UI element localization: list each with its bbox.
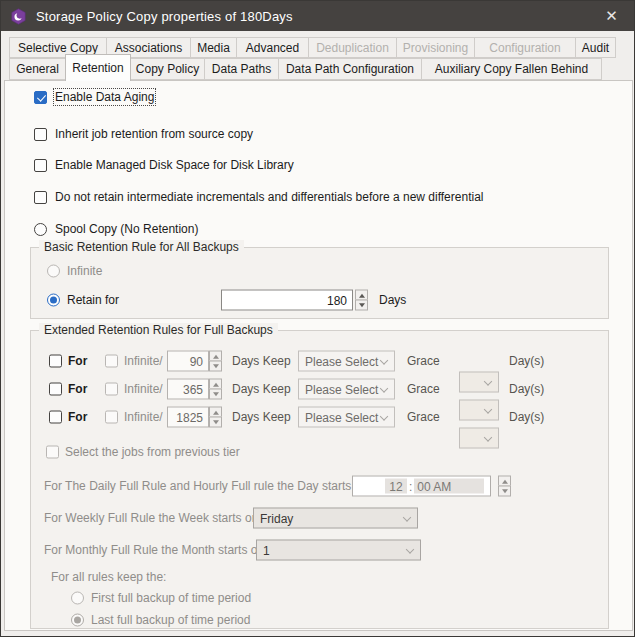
close-icon[interactable]: ✕	[589, 1, 634, 31]
tab-data-paths[interactable]: Data Paths	[204, 58, 279, 80]
titlebar: Storage Policy Copy properties of 180Day…	[1, 1, 634, 31]
spin-down-icon	[209, 417, 222, 428]
spool-copy-radio[interactable]	[34, 223, 47, 236]
retain-days-spinner[interactable]	[355, 290, 368, 311]
day-start-row: For The Daily Full Rule and Hourly Full …	[31, 475, 608, 497]
retention-tab-page: Enable Data Aging Inherit job retention …	[4, 80, 633, 631]
week-start-value: Friday	[260, 511, 293, 525]
infinite-slash-label: Infinite/	[124, 410, 163, 424]
days-unit-label: Day(s)	[509, 382, 544, 396]
spin-down-icon	[209, 389, 222, 400]
day-start-time-spinner	[498, 476, 511, 497]
app-icon	[10, 8, 27, 25]
infinite-label: Infinite	[67, 264, 102, 278]
keep-first-label: First full backup of time period	[91, 591, 251, 605]
no-intermediate-option: Do not retain intermediate incrementals …	[34, 189, 483, 205]
inherit-job-retention-label: Inherit job retention from source copy	[55, 127, 253, 141]
tab-copy-policy[interactable]: Copy Policy	[130, 58, 205, 80]
keep-last-row: Last full backup of time period	[31, 611, 608, 629]
spin-down-icon[interactable]	[355, 300, 368, 311]
chevron-down-icon	[380, 356, 388, 364]
tab-strip-row2: General Retention Copy Policy Data Paths…	[9, 58, 601, 80]
retain-for-row: Retain for 180 Days	[31, 288, 608, 312]
managed-disk-space-checkbox[interactable]	[34, 159, 47, 172]
for-checkbox[interactable]	[49, 355, 62, 368]
basic-retention-group: Basic Retention Rule for All Backups Inf…	[30, 247, 609, 319]
time-minute-period-segment: 00 AM	[414, 479, 484, 494]
keep-rule-value: Please Select	[305, 382, 378, 396]
keep-last-label: Last full backup of time period	[91, 613, 250, 627]
infinite-checkbox	[105, 355, 118, 368]
spool-copy-label: Spool Copy (No Retention)	[55, 222, 198, 236]
month-start-value: 1	[263, 543, 270, 557]
keep-rule-dropdown: Please Select	[298, 351, 395, 372]
tab-auxiliary-copy-fallen-behind[interactable]: Auxiliary Copy Fallen Behind	[421, 58, 602, 80]
tab-data-path-configuration[interactable]: Data Path Configuration	[278, 58, 422, 80]
no-intermediate-checkbox[interactable]	[34, 191, 47, 204]
keep-rule-label: For all rules keep the:	[51, 570, 166, 584]
enable-data-aging-label: Enable Data Aging	[55, 90, 154, 104]
rule-days-input: 365	[167, 379, 209, 400]
keep-first-radio	[71, 592, 84, 605]
chevron-down-icon	[380, 384, 388, 392]
tab-advanced[interactable]: Advanced	[236, 37, 309, 58]
chevron-down-icon	[406, 545, 414, 553]
extended-rule-row-1: For Infinite/ 90 Days Keep Please Select…	[31, 350, 608, 372]
keep-first-row: First full backup of time period	[31, 589, 608, 607]
grace-label: Grace	[407, 382, 440, 396]
enable-data-aging-option: Enable Data Aging	[34, 89, 154, 105]
retain-days-input[interactable]: 180	[221, 290, 353, 311]
for-label: For	[68, 382, 87, 396]
retain-for-radio[interactable]	[47, 294, 60, 307]
keep-rule-value: Please Select	[305, 410, 378, 424]
infinite-radio	[47, 265, 60, 278]
tab-retention[interactable]: Retention	[65, 54, 131, 81]
for-checkbox[interactable]	[49, 383, 62, 396]
tab-media[interactable]: Media	[190, 37, 237, 58]
rule-days-spinner	[209, 351, 222, 372]
days-keep-label: Days Keep	[232, 354, 291, 368]
days-unit-label: Day(s)	[509, 410, 544, 424]
no-intermediate-label: Do not retain intermediate incrementals …	[55, 190, 483, 204]
select-jobs-label: Select the jobs from previous tier	[65, 445, 240, 459]
grace-label: Grace	[407, 410, 440, 424]
rule-days-input: 1825	[167, 407, 209, 428]
tab-deduplication: Deduplication	[308, 37, 397, 58]
extended-rule-row-3: For Infinite/ 1825 Days Keep Please Sele…	[31, 406, 608, 428]
basic-retention-group-title: Basic Retention Rule for All Backups	[39, 240, 244, 254]
infinite-checkbox	[105, 383, 118, 396]
month-start-label: For Monthly Full Rule the Month starts o…	[44, 543, 267, 557]
extended-rule-row-2: For Infinite/ 365 Days Keep Please Selec…	[31, 378, 608, 400]
spool-copy-option: Spool Copy (No Retention)	[34, 221, 198, 237]
extended-retention-group: Extended Retention Rules for Full Backup…	[30, 330, 609, 629]
select-jobs-checkbox	[46, 446, 59, 459]
enable-data-aging-checkbox[interactable]	[34, 91, 47, 104]
tab-general[interactable]: General	[9, 58, 66, 80]
keep-rule-dropdown: Please Select	[298, 407, 395, 428]
time-hour-segment: 12	[385, 479, 407, 494]
week-start-row: For Weekly Full Rule the Week starts on:…	[31, 507, 608, 529]
select-jobs-row: Select the jobs from previous tier	[31, 443, 608, 461]
tab-provisioning: Provisioning	[396, 37, 475, 58]
days-unit-label: Day(s)	[509, 354, 544, 368]
keep-rule-dropdown: Please Select	[298, 379, 395, 400]
week-start-label: For Weekly Full Rule the Week starts on:	[44, 511, 262, 525]
window-title: Storage Policy Copy properties of 180Day…	[36, 9, 293, 24]
extended-retention-group-title: Extended Retention Rules for Full Backup…	[39, 323, 278, 337]
infinite-slash-label: Infinite/	[124, 354, 163, 368]
infinite-checkbox	[105, 411, 118, 424]
spin-down-icon	[209, 361, 222, 372]
chevron-down-icon	[403, 513, 411, 521]
time-separator: :	[407, 479, 414, 493]
for-checkbox[interactable]	[49, 411, 62, 424]
days-keep-label: Days Keep	[232, 382, 291, 396]
tab-audit[interactable]: Audit	[575, 37, 616, 58]
rule-days-spinner	[209, 407, 222, 428]
keep-rule-label-row: For all rules keep the:	[31, 568, 608, 586]
managed-disk-space-label: Enable Managed Disk Space for Disk Libra…	[55, 158, 294, 172]
week-start-dropdown: Friday	[253, 508, 418, 529]
inherit-job-retention-checkbox[interactable]	[34, 128, 47, 141]
chevron-down-icon	[484, 433, 492, 441]
storage-policy-copy-properties-dialog: Storage Policy Copy properties of 180Day…	[0, 0, 635, 637]
spin-down-icon	[498, 486, 511, 497]
